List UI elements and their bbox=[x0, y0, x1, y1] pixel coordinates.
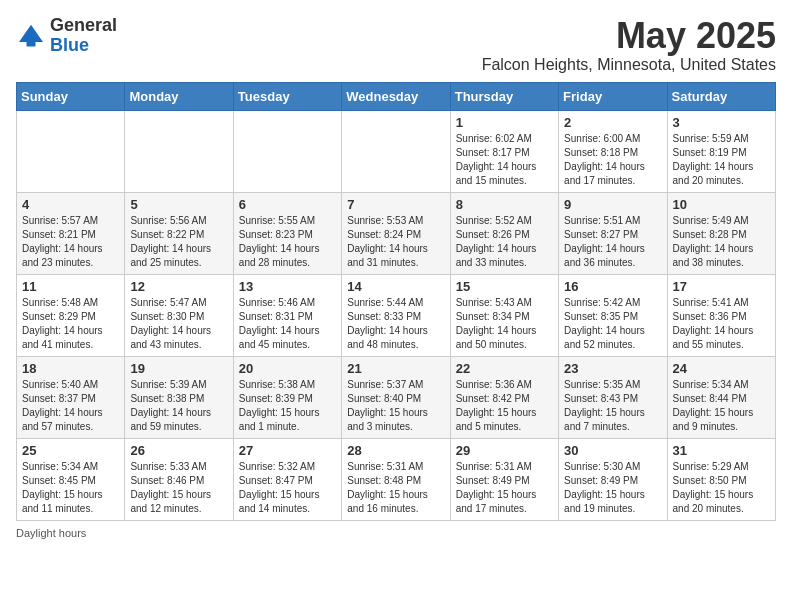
calendar-day-cell: 19Sunrise: 5:39 AM Sunset: 8:38 PM Dayli… bbox=[125, 356, 233, 438]
weekday-header-monday: Monday bbox=[125, 82, 233, 110]
day-number: 16 bbox=[564, 279, 661, 294]
day-info: Sunrise: 5:34 AM Sunset: 8:44 PM Dayligh… bbox=[673, 378, 770, 434]
weekday-header-saturday: Saturday bbox=[667, 82, 775, 110]
svg-rect-1 bbox=[27, 42, 36, 47]
day-info: Sunrise: 5:57 AM Sunset: 8:21 PM Dayligh… bbox=[22, 214, 119, 270]
calendar-day-cell: 12Sunrise: 5:47 AM Sunset: 8:30 PM Dayli… bbox=[125, 274, 233, 356]
day-info: Sunrise: 5:56 AM Sunset: 8:22 PM Dayligh… bbox=[130, 214, 227, 270]
day-info: Sunrise: 5:47 AM Sunset: 8:30 PM Dayligh… bbox=[130, 296, 227, 352]
day-number: 2 bbox=[564, 115, 661, 130]
day-info: Sunrise: 5:53 AM Sunset: 8:24 PM Dayligh… bbox=[347, 214, 444, 270]
calendar-day-cell: 26Sunrise: 5:33 AM Sunset: 8:46 PM Dayli… bbox=[125, 438, 233, 520]
calendar-day-cell: 7Sunrise: 5:53 AM Sunset: 8:24 PM Daylig… bbox=[342, 192, 450, 274]
calendar-day-cell: 6Sunrise: 5:55 AM Sunset: 8:23 PM Daylig… bbox=[233, 192, 341, 274]
weekday-header-wednesday: Wednesday bbox=[342, 82, 450, 110]
day-number: 17 bbox=[673, 279, 770, 294]
calendar-day-cell bbox=[125, 110, 233, 192]
calendar-week-row: 4Sunrise: 5:57 AM Sunset: 8:21 PM Daylig… bbox=[17, 192, 776, 274]
calendar-day-cell: 30Sunrise: 5:30 AM Sunset: 8:49 PM Dayli… bbox=[559, 438, 667, 520]
logo-general: General bbox=[50, 15, 117, 35]
day-info: Sunrise: 5:38 AM Sunset: 8:39 PM Dayligh… bbox=[239, 378, 336, 434]
month-year: May 2025 bbox=[482, 16, 776, 56]
calendar-day-cell: 15Sunrise: 5:43 AM Sunset: 8:34 PM Dayli… bbox=[450, 274, 558, 356]
svg-marker-0 bbox=[19, 25, 43, 42]
calendar-day-cell: 31Sunrise: 5:29 AM Sunset: 8:50 PM Dayli… bbox=[667, 438, 775, 520]
day-info: Sunrise: 5:39 AM Sunset: 8:38 PM Dayligh… bbox=[130, 378, 227, 434]
calendar-day-cell: 18Sunrise: 5:40 AM Sunset: 8:37 PM Dayli… bbox=[17, 356, 125, 438]
day-number: 13 bbox=[239, 279, 336, 294]
calendar-day-cell: 2Sunrise: 6:00 AM Sunset: 8:18 PM Daylig… bbox=[559, 110, 667, 192]
day-info: Sunrise: 5:46 AM Sunset: 8:31 PM Dayligh… bbox=[239, 296, 336, 352]
day-info: Sunrise: 5:43 AM Sunset: 8:34 PM Dayligh… bbox=[456, 296, 553, 352]
calendar-day-cell: 29Sunrise: 5:31 AM Sunset: 8:49 PM Dayli… bbox=[450, 438, 558, 520]
day-info: Sunrise: 5:31 AM Sunset: 8:49 PM Dayligh… bbox=[456, 460, 553, 516]
weekday-header-friday: Friday bbox=[559, 82, 667, 110]
day-number: 6 bbox=[239, 197, 336, 212]
calendar-day-cell: 9Sunrise: 5:51 AM Sunset: 8:27 PM Daylig… bbox=[559, 192, 667, 274]
day-number: 15 bbox=[456, 279, 553, 294]
day-number: 28 bbox=[347, 443, 444, 458]
day-number: 4 bbox=[22, 197, 119, 212]
weekday-header-sunday: Sunday bbox=[17, 82, 125, 110]
day-info: Sunrise: 5:52 AM Sunset: 8:26 PM Dayligh… bbox=[456, 214, 553, 270]
day-info: Sunrise: 5:51 AM Sunset: 8:27 PM Dayligh… bbox=[564, 214, 661, 270]
logo-icon bbox=[16, 21, 46, 51]
calendar-day-cell: 23Sunrise: 5:35 AM Sunset: 8:43 PM Dayli… bbox=[559, 356, 667, 438]
day-number: 5 bbox=[130, 197, 227, 212]
page-header: General Blue May 2025 Falcon Heights, Mi… bbox=[16, 16, 776, 74]
calendar-day-cell: 1Sunrise: 6:02 AM Sunset: 8:17 PM Daylig… bbox=[450, 110, 558, 192]
day-number: 25 bbox=[22, 443, 119, 458]
day-number: 29 bbox=[456, 443, 553, 458]
day-info: Sunrise: 5:44 AM Sunset: 8:33 PM Dayligh… bbox=[347, 296, 444, 352]
logo: General Blue bbox=[16, 16, 117, 56]
day-number: 3 bbox=[673, 115, 770, 130]
calendar-day-cell: 4Sunrise: 5:57 AM Sunset: 8:21 PM Daylig… bbox=[17, 192, 125, 274]
calendar-week-row: 11Sunrise: 5:48 AM Sunset: 8:29 PM Dayli… bbox=[17, 274, 776, 356]
day-number: 31 bbox=[673, 443, 770, 458]
calendar-day-cell: 17Sunrise: 5:41 AM Sunset: 8:36 PM Dayli… bbox=[667, 274, 775, 356]
logo-text: General Blue bbox=[50, 16, 117, 56]
day-info: Sunrise: 5:35 AM Sunset: 8:43 PM Dayligh… bbox=[564, 378, 661, 434]
day-number: 18 bbox=[22, 361, 119, 376]
calendar-day-cell bbox=[233, 110, 341, 192]
weekday-header-thursday: Thursday bbox=[450, 82, 558, 110]
day-number: 19 bbox=[130, 361, 227, 376]
day-number: 27 bbox=[239, 443, 336, 458]
day-info: Sunrise: 5:31 AM Sunset: 8:48 PM Dayligh… bbox=[347, 460, 444, 516]
day-info: Sunrise: 5:33 AM Sunset: 8:46 PM Dayligh… bbox=[130, 460, 227, 516]
day-info: Sunrise: 5:49 AM Sunset: 8:28 PM Dayligh… bbox=[673, 214, 770, 270]
day-number: 11 bbox=[22, 279, 119, 294]
logo-blue: Blue bbox=[50, 35, 89, 55]
calendar-day-cell: 5Sunrise: 5:56 AM Sunset: 8:22 PM Daylig… bbox=[125, 192, 233, 274]
calendar-day-cell: 20Sunrise: 5:38 AM Sunset: 8:39 PM Dayli… bbox=[233, 356, 341, 438]
day-info: Sunrise: 5:32 AM Sunset: 8:47 PM Dayligh… bbox=[239, 460, 336, 516]
day-number: 9 bbox=[564, 197, 661, 212]
day-info: Sunrise: 5:30 AM Sunset: 8:49 PM Dayligh… bbox=[564, 460, 661, 516]
day-number: 20 bbox=[239, 361, 336, 376]
calendar-day-cell: 24Sunrise: 5:34 AM Sunset: 8:44 PM Dayli… bbox=[667, 356, 775, 438]
calendar-day-cell: 28Sunrise: 5:31 AM Sunset: 8:48 PM Dayli… bbox=[342, 438, 450, 520]
weekday-header-row: SundayMondayTuesdayWednesdayThursdayFrid… bbox=[17, 82, 776, 110]
day-number: 12 bbox=[130, 279, 227, 294]
day-info: Sunrise: 5:55 AM Sunset: 8:23 PM Dayligh… bbox=[239, 214, 336, 270]
calendar-day-cell: 16Sunrise: 5:42 AM Sunset: 8:35 PM Dayli… bbox=[559, 274, 667, 356]
day-number: 8 bbox=[456, 197, 553, 212]
calendar-day-cell bbox=[342, 110, 450, 192]
calendar-week-row: 18Sunrise: 5:40 AM Sunset: 8:37 PM Dayli… bbox=[17, 356, 776, 438]
calendar-table: SundayMondayTuesdayWednesdayThursdayFrid… bbox=[16, 82, 776, 521]
calendar-day-cell: 22Sunrise: 5:36 AM Sunset: 8:42 PM Dayli… bbox=[450, 356, 558, 438]
day-number: 23 bbox=[564, 361, 661, 376]
calendar-day-cell: 3Sunrise: 5:59 AM Sunset: 8:19 PM Daylig… bbox=[667, 110, 775, 192]
day-info: Sunrise: 6:02 AM Sunset: 8:17 PM Dayligh… bbox=[456, 132, 553, 188]
day-number: 22 bbox=[456, 361, 553, 376]
location: Falcon Heights, Minnesota, United States bbox=[482, 56, 776, 74]
day-info: Sunrise: 5:42 AM Sunset: 8:35 PM Dayligh… bbox=[564, 296, 661, 352]
day-number: 30 bbox=[564, 443, 661, 458]
calendar-day-cell: 14Sunrise: 5:44 AM Sunset: 8:33 PM Dayli… bbox=[342, 274, 450, 356]
day-info: Sunrise: 5:37 AM Sunset: 8:40 PM Dayligh… bbox=[347, 378, 444, 434]
calendar-day-cell: 21Sunrise: 5:37 AM Sunset: 8:40 PM Dayli… bbox=[342, 356, 450, 438]
day-number: 14 bbox=[347, 279, 444, 294]
day-info: Sunrise: 6:00 AM Sunset: 8:18 PM Dayligh… bbox=[564, 132, 661, 188]
day-info: Sunrise: 5:34 AM Sunset: 8:45 PM Dayligh… bbox=[22, 460, 119, 516]
calendar-day-cell: 25Sunrise: 5:34 AM Sunset: 8:45 PM Dayli… bbox=[17, 438, 125, 520]
